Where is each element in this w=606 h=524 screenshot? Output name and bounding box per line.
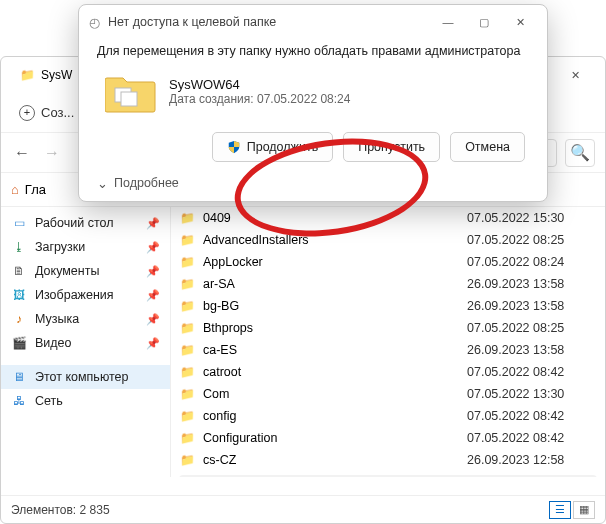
file-date: 07.05.2022 13:30 — [467, 387, 597, 401]
sidebar-item-music[interactable]: ♪ Музыка 📌 — [1, 307, 170, 331]
file-row[interactable]: 📁bg-BG26.09.2023 13:58 — [171, 295, 605, 317]
sidebar-item-label: Сеть — [35, 394, 63, 408]
music-icon: ♪ — [11, 311, 27, 327]
file-date: 07.05.2022 08:25 — [467, 321, 597, 335]
file-name: config — [203, 409, 459, 423]
sidebar-item-label: Этот компьютер — [35, 370, 128, 384]
search-icon: 🔍 — [570, 143, 590, 162]
file-row[interactable]: 📁AppLocker07.05.2022 08:24 — [171, 251, 605, 273]
dialog-folder-date: Дата создания: 07.05.2022 08:24 — [169, 92, 350, 106]
sidebar-item-label: Изображения — [35, 288, 114, 302]
nav-back[interactable]: ← — [11, 142, 33, 164]
file-name: cs-CZ — [203, 453, 459, 467]
file-name: Bthprops — [203, 321, 459, 335]
breadcrumb-home[interactable]: Гла — [25, 182, 46, 197]
close-button[interactable]: ✕ — [553, 60, 597, 90]
file-row[interactable]: 📁config07.05.2022 08:42 — [171, 405, 605, 427]
status-count: 2 835 — [80, 503, 110, 517]
file-row[interactable]: 📁ca-ES26.09.2023 13:58 — [171, 339, 605, 361]
large-folder-icon — [105, 70, 157, 114]
file-row[interactable]: 📁Configuration07.05.2022 08:42 — [171, 427, 605, 449]
dialog-title: Нет доступа к целевой папке — [108, 15, 276, 29]
file-date: 07.05.2022 15:30 — [467, 211, 597, 225]
access-denied-dialog: ◴ Нет доступа к целевой папке ― ▢ ✕ Для … — [78, 4, 548, 202]
svg-rect-1 — [121, 92, 137, 106]
video-icon: 🎬 — [11, 335, 27, 351]
file-date: 07.05.2022 08:24 — [467, 255, 597, 269]
status-bar: Элементов: 2 835 ☰ ▦ — [1, 495, 605, 523]
file-name: 0409 — [203, 211, 459, 225]
new-button[interactable]: + Соз... — [11, 101, 82, 125]
dialog-more-toggle[interactable]: ⌄ Подробнее — [79, 170, 547, 191]
folder-icon: 📁 — [179, 364, 195, 380]
pin-icon: 📌 — [146, 289, 160, 302]
horizontal-scrollbar[interactable] — [179, 475, 597, 477]
chevron-down-icon: ⌄ — [97, 176, 108, 191]
file-list[interactable]: 📁040907.05.2022 15:30📁AdvancedInstallers… — [171, 207, 605, 477]
file-row[interactable]: 📁catroot07.05.2022 08:42 — [171, 361, 605, 383]
folder-icon: 📁 — [179, 232, 195, 248]
file-row[interactable]: 📁AdvancedInstallers07.05.2022 08:25 — [171, 229, 605, 251]
pin-icon: 📌 — [146, 217, 160, 230]
skip-button[interactable]: Пропустить — [343, 132, 440, 162]
sidebar-item-desktop[interactable]: ▭ Рабочий стол 📌 — [1, 211, 170, 235]
explorer-tab[interactable]: 📁 SysW — [9, 63, 82, 87]
file-row[interactable]: 📁cs-CZ26.09.2023 12:58 — [171, 449, 605, 471]
sidebar-item-this-pc[interactable]: 🖥 Этот компьютер — [1, 365, 170, 389]
sidebar-item-label: Музыка — [35, 312, 79, 326]
file-date: 26.09.2023 13:58 — [467, 277, 597, 291]
view-icons-button[interactable]: ▦ — [573, 501, 595, 519]
sidebar-item-network[interactable]: 🖧 Сеть — [1, 389, 170, 413]
picture-icon: 🖼 — [11, 287, 27, 303]
file-date: 07.05.2022 08:42 — [467, 409, 597, 423]
folder-icon: 📁 — [179, 342, 195, 358]
continue-button-label: Продолжить — [247, 140, 318, 154]
file-name: Com — [203, 387, 459, 401]
dialog-maximize-button[interactable]: ▢ — [467, 10, 501, 34]
file-name: ca-ES — [203, 343, 459, 357]
sidebar-item-pictures[interactable]: 🖼 Изображения 📌 — [1, 283, 170, 307]
sidebar-item-downloads[interactable]: ⭳ Загрузки 📌 — [1, 235, 170, 259]
file-name: AdvancedInstallers — [203, 233, 459, 247]
explorer-sidebar: ▭ Рабочий стол 📌 ⭳ Загрузки 📌 🗎 Документ… — [1, 207, 171, 477]
cancel-button-label: Отмена — [465, 140, 510, 154]
file-name: ar-SA — [203, 277, 459, 291]
folder-icon: 📁 — [179, 320, 195, 336]
pin-icon: 📌 — [146, 241, 160, 254]
dialog-folder-info: SysWOW64 Дата создания: 07.05.2022 08:24 — [97, 70, 529, 114]
dialog-minimize-button[interactable]: ― — [431, 10, 465, 34]
sidebar-item-label: Рабочий стол — [35, 216, 113, 230]
search-box[interactable]: 🔍 — [565, 139, 595, 167]
sidebar-item-label: Загрузки — [35, 240, 85, 254]
file-row[interactable]: 📁ar-SA26.09.2023 13:58 — [171, 273, 605, 295]
home-icon[interactable]: ⌂ — [11, 182, 19, 197]
pc-icon: 🖥 — [11, 369, 27, 385]
nav-forward[interactable]: → — [41, 142, 63, 164]
file-date: 07.05.2022 08:25 — [467, 233, 597, 247]
cancel-button[interactable]: Отмена — [450, 132, 525, 162]
dialog-close-button[interactable]: ✕ — [503, 10, 537, 34]
desktop-icon: ▭ — [11, 215, 27, 231]
file-date: 26.09.2023 13:58 — [467, 299, 597, 313]
dialog-titlebar: ◴ Нет доступа к целевой папке ― ▢ ✕ — [79, 5, 547, 39]
file-row[interactable]: 📁Bthprops07.05.2022 08:25 — [171, 317, 605, 339]
dialog-folder-name: SysWOW64 — [169, 77, 350, 92]
plus-icon: + — [19, 105, 35, 121]
folder-icon: 📁 — [179, 276, 195, 292]
dialog-message: Для перемещения в эту папку нужно облада… — [97, 43, 529, 60]
sidebar-item-documents[interactable]: 🗎 Документы 📌 — [1, 259, 170, 283]
file-row[interactable]: 📁Com07.05.2022 13:30 — [171, 383, 605, 405]
continue-button[interactable]: Продолжить — [212, 132, 333, 162]
sidebar-item-video[interactable]: 🎬 Видео 📌 — [1, 331, 170, 355]
dialog-more-label: Подробнее — [114, 176, 179, 190]
pin-icon: 📌 — [146, 337, 160, 350]
view-details-button[interactable]: ☰ — [549, 501, 571, 519]
file-name: bg-BG — [203, 299, 459, 313]
network-icon: 🖧 — [11, 393, 27, 409]
file-date: 07.05.2022 08:42 — [467, 365, 597, 379]
file-name: Configuration — [203, 431, 459, 445]
new-button-label: Соз... — [41, 105, 74, 120]
file-date: 26.09.2023 13:58 — [467, 343, 597, 357]
file-row[interactable]: 📁040907.05.2022 15:30 — [171, 207, 605, 229]
folder-icon: 📁 — [179, 210, 195, 226]
